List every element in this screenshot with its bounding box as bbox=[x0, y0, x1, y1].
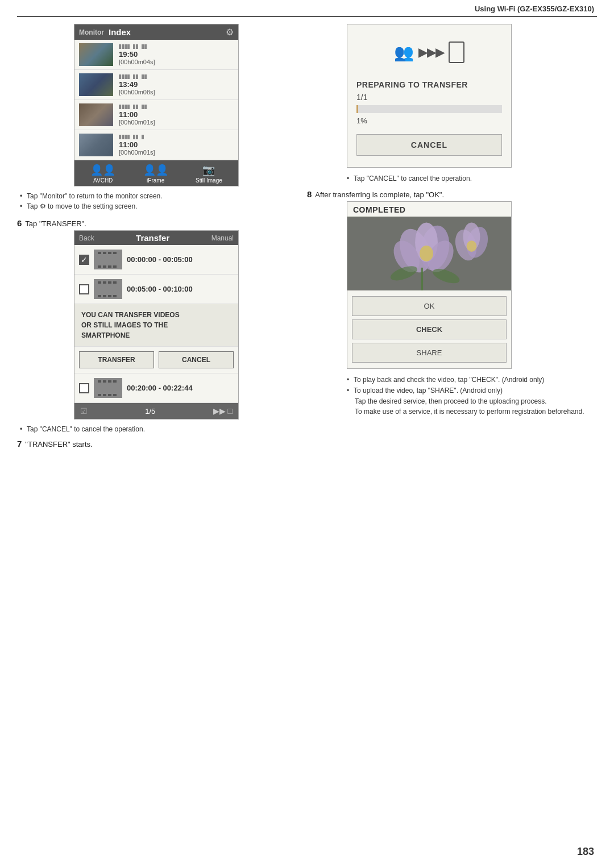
transfer-item[interactable]: ✓ 00:00:00 - 00:05:00 bbox=[74, 245, 238, 275]
ok-button[interactable]: OK bbox=[352, 296, 507, 316]
monitor-info-4: 11:00 [00h00m01s] bbox=[119, 135, 234, 156]
progress-percent: 1% bbox=[356, 117, 502, 125]
footer-still-label: Still Image bbox=[196, 177, 222, 184]
transfer-info-text: YOU CAN TRANSFER VIDEOSOR STILL IMAGES T… bbox=[81, 310, 231, 340]
monitor-info-1: 19:50 [00h00m04s] bbox=[119, 44, 234, 65]
footer-iframe[interactable]: 👤👤 iFrame bbox=[143, 164, 168, 184]
flower-svg bbox=[347, 217, 511, 290]
monitor-time-4: 11:00 bbox=[119, 140, 234, 149]
svg-rect-23 bbox=[98, 394, 101, 396]
svg-rect-20 bbox=[103, 380, 106, 383]
person-icons: 👥 bbox=[394, 43, 414, 62]
completed-image bbox=[347, 217, 511, 290]
checkbox-2[interactable] bbox=[79, 284, 89, 294]
checkbox-3[interactable] bbox=[79, 383, 89, 393]
completed-label: COMPLETED bbox=[347, 202, 511, 217]
film-icon bbox=[97, 252, 119, 268]
share-button[interactable]: SHARE bbox=[352, 343, 507, 363]
monitor-bullet-2: Tap ⚙ to move to the setting screen. bbox=[20, 201, 279, 211]
date-bar-1 bbox=[119, 44, 234, 49]
date-bar-4 bbox=[119, 135, 234, 139]
monitor-time-1: 19:50 bbox=[119, 50, 234, 59]
monitor-tab[interactable]: Monitor bbox=[79, 28, 104, 36]
bottom-bullets: To play back and check the video, tap "C… bbox=[347, 375, 597, 417]
bottom-indent-2: To make use of a service, it is necessar… bbox=[347, 406, 597, 417]
page-header: Using Wi-Fi (GZ-EX355/GZ-EX310) bbox=[475, 5, 594, 13]
svg-rect-4 bbox=[113, 252, 117, 254]
transfer-header: Back Transfer Manual bbox=[74, 231, 238, 245]
svg-point-41 bbox=[467, 240, 477, 252]
step7-text: "TRANSFER" starts. bbox=[25, 440, 92, 448]
svg-rect-2 bbox=[103, 252, 106, 254]
svg-rect-12 bbox=[108, 281, 111, 284]
svg-rect-6 bbox=[103, 265, 106, 268]
monitor-time-3: 11:00 bbox=[119, 110, 234, 119]
preparing-icon-area: 👥 ▶▶▶ bbox=[356, 36, 502, 69]
footer-iframe-label: iFrame bbox=[147, 177, 164, 184]
monitor-item[interactable]: 19:50 [00h00m04s] bbox=[74, 40, 238, 70]
right-column: 👥 ▶▶▶ PREPARING TO TRANSFER 1/1 1% CANCE… bbox=[301, 24, 597, 417]
monitor-duration-3: [00h00m01s] bbox=[119, 119, 234, 126]
svg-rect-9 bbox=[97, 283, 119, 296]
phone-icon bbox=[449, 41, 464, 63]
iframe-icon: 👤👤 bbox=[143, 164, 168, 176]
transfer-footer: ☑ 1/5 ▶▶ □ bbox=[74, 403, 238, 419]
transfer-button[interactable]: TRANSFER bbox=[79, 351, 154, 368]
transfer-item[interactable]: 00:20:00 - 00:22:44 bbox=[74, 373, 238, 403]
footer-still-image[interactable]: 📷 Still Image bbox=[196, 164, 222, 184]
monitor-item[interactable]: 11:00 [00h00m01s] bbox=[74, 100, 238, 130]
checkbox-1[interactable]: ✓ bbox=[79, 255, 89, 265]
step8-number: 8 bbox=[307, 189, 312, 199]
step7-container: 7 "TRANSFER" starts. bbox=[17, 439, 279, 448]
step8-container: 8 After transferring is complete, tap "O… bbox=[307, 189, 597, 199]
monitor-item[interactable]: 11:00 [00h00m01s] bbox=[74, 130, 238, 160]
thumbnail-3 bbox=[79, 103, 113, 126]
transfer-info-box: YOU CAN TRANSFER VIDEOSOR STILL IMAGES T… bbox=[74, 304, 238, 347]
bottom-bullet-2: To upload the video, tap "SHARE". (Andro… bbox=[347, 385, 597, 396]
monitor-bullets: Tap "Monitor" to return to the monitor s… bbox=[17, 191, 279, 211]
svg-point-34 bbox=[420, 246, 433, 261]
svg-rect-26 bbox=[113, 394, 117, 396]
check-button[interactable]: CHECK bbox=[352, 319, 507, 339]
monitor-duration-4: [00h00m01s] bbox=[119, 149, 234, 156]
footer-avchd[interactable]: 👤👤 AVCHD bbox=[90, 164, 115, 184]
manual-button[interactable]: Manual bbox=[211, 234, 234, 242]
transfer-title: Transfer bbox=[99, 233, 207, 243]
svg-rect-25 bbox=[108, 394, 111, 396]
svg-rect-35 bbox=[421, 268, 423, 290]
footer-check-icon: ☑ bbox=[80, 406, 88, 416]
progress-bar bbox=[356, 105, 502, 113]
svg-rect-24 bbox=[103, 394, 106, 396]
step6-container: 6 Tap "TRANSFER". bbox=[17, 218, 279, 228]
wifi-icon: ▶▶ □ bbox=[213, 406, 233, 416]
preparing-screen: 👥 ▶▶▶ PREPARING TO TRANSFER 1/1 1% CANCE… bbox=[347, 24, 512, 168]
monitor-item[interactable]: 13:49 [00h00m08s] bbox=[74, 70, 238, 100]
cancel-button-transfer[interactable]: CANCEL bbox=[159, 351, 234, 368]
svg-rect-19 bbox=[98, 380, 101, 383]
monitor-screen-header: Monitor Index ⚙ bbox=[74, 24, 238, 40]
footer-avchd-label: AVCHD bbox=[93, 177, 113, 184]
svg-rect-15 bbox=[103, 295, 106, 297]
index-tab[interactable]: Index bbox=[109, 27, 221, 37]
header-title: Using Wi-Fi (GZ-EX355/GZ-EX310) bbox=[475, 5, 594, 13]
transfer-item[interactable]: 00:05:00 - 00:10:00 bbox=[74, 275, 238, 304]
footer-page: 1/5 bbox=[145, 407, 155, 416]
svg-rect-5 bbox=[98, 265, 101, 268]
monitor-info-3: 11:00 [00h00m01s] bbox=[119, 105, 234, 126]
still-icon: 📷 bbox=[202, 164, 215, 176]
right-bullet-1: Tap "CANCEL" to cancel the operation. bbox=[347, 173, 597, 184]
film-icon bbox=[97, 281, 119, 297]
monitor-index-screen: Monitor Index ⚙ 19:50 [00h00m04s] bbox=[74, 24, 239, 186]
monitor-duration-2: [00h00m08s] bbox=[119, 89, 234, 95]
thumbnail-1 bbox=[79, 43, 113, 66]
gear-icon[interactable]: ⚙ bbox=[226, 27, 234, 38]
top-border bbox=[17, 16, 597, 17]
back-button[interactable]: Back bbox=[79, 234, 94, 242]
completed-screen: COMPLETED bbox=[347, 201, 512, 369]
preparing-label: PREPARING TO TRANSFER bbox=[356, 80, 502, 89]
cancel-button[interactable]: CANCEL bbox=[356, 134, 502, 156]
page-number: 183 bbox=[577, 846, 594, 858]
step6-text: Tap "TRANSFER". bbox=[25, 219, 86, 228]
avchd-icon: 👤👤 bbox=[90, 164, 115, 176]
monitor-footer: 👤👤 AVCHD 👤👤 iFrame 📷 Still Image bbox=[74, 160, 238, 186]
